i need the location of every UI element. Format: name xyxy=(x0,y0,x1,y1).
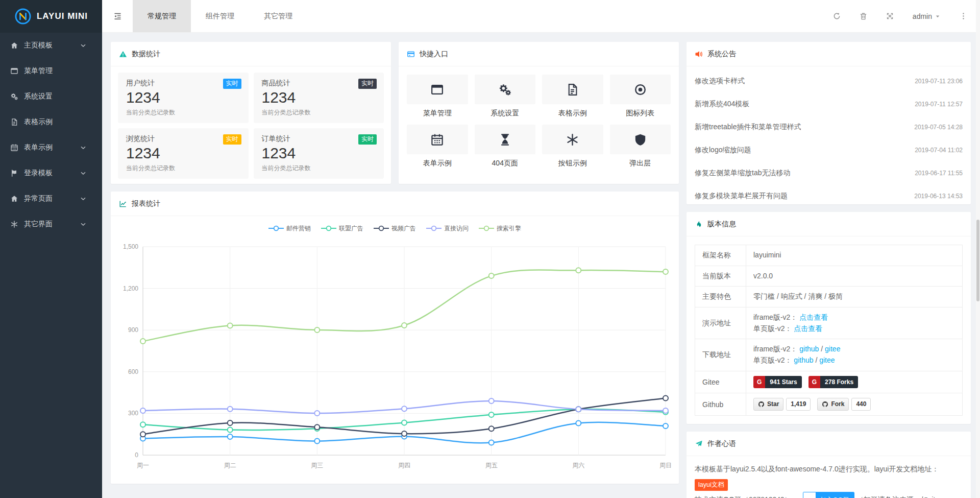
admin-dropdown[interactable]: admin xyxy=(913,12,941,20)
sidebar-item-3[interactable]: 表格示例 xyxy=(0,109,102,135)
link-点击查看[interactable]: 点击查看 xyxy=(799,313,828,321)
quick-entry-1[interactable]: 系统设置 xyxy=(475,75,536,118)
sidebar-menu: 主页模板 菜单管理 系统设置 表格示例 表单示例 登录模板 异常页面 其它界面 xyxy=(0,33,102,237)
svg-text:周三: 周三 xyxy=(311,462,323,469)
sidebar-item-5[interactable]: 登录模板 xyxy=(0,160,102,186)
gitee-badge[interactable]: G278 Forks xyxy=(808,376,858,389)
notice-text: 修复左侧菜单缩放tab无法移动 xyxy=(695,169,790,178)
quick-entry-0[interactable]: 菜单管理 xyxy=(407,75,468,118)
version-row-label: Github xyxy=(695,393,746,415)
report-card: 报表统计 邮件营销 联盟广告 视频广告 直接访问 搜索引擎 0300600900… xyxy=(111,192,679,484)
link-gitee[interactable]: gitee xyxy=(825,345,840,353)
legend-label: 搜索引擎 xyxy=(497,224,521,233)
topbar-actions: admin xyxy=(815,0,980,32)
quick-entry-7[interactable]: 弹出层 xyxy=(610,125,671,168)
left-column: 数据统计 用户统计 1234 当前分类总记录数 实时 商品统计 1234 当前分… xyxy=(111,42,679,498)
legend-marker-icon xyxy=(321,225,336,231)
sidebar-item-label: 异常页面 xyxy=(24,194,79,203)
github-star-button[interactable]: Star1,419 xyxy=(753,398,811,411)
page-tabs: 常规管理组件管理其它管理 xyxy=(133,0,307,32)
status-badge: 实时 xyxy=(223,79,241,89)
github-mark-icon xyxy=(822,401,828,408)
chevron-down-icon xyxy=(79,144,87,152)
version-row-5: Gitee G941 StarsG278 Forks xyxy=(695,371,962,394)
version-value: v2.0.0 xyxy=(753,271,955,282)
legend-marker-icon xyxy=(268,225,284,231)
gears-icon xyxy=(10,92,18,101)
report-card-title: 报表统计 xyxy=(132,199,160,208)
outdent-icon xyxy=(113,12,122,20)
join-qq-group-button[interactable]: 加入QQ群 xyxy=(803,492,854,498)
status-badge: 实时 xyxy=(223,134,241,145)
page-scrollbar[interactable] xyxy=(976,0,980,498)
version-row-2: 主要特色 零门槛 / 响应式 / 清爽 / 极简 xyxy=(695,287,962,307)
quick-entry-2[interactable]: 表格示例 xyxy=(542,75,603,118)
quick-label: 表单示例 xyxy=(407,159,468,168)
quick-entry-5[interactable]: 404页面 xyxy=(475,125,536,168)
svg-text:周六: 周六 xyxy=(572,462,584,469)
quick-entry-6[interactable]: 按钮示例 xyxy=(542,125,603,168)
github-fork-button[interactable]: Fork440 xyxy=(817,398,871,411)
svg-text:300: 300 xyxy=(128,410,138,417)
window-icon xyxy=(430,83,444,97)
notice-date: 2019-07-11 23:06 xyxy=(915,78,963,85)
version-card-header: 版本信息 xyxy=(687,212,971,236)
clear-cache-button[interactable] xyxy=(859,12,868,20)
legend-item-1[interactable]: 联盟广告 xyxy=(321,224,363,233)
layui-doc-badge[interactable]: layui文档 xyxy=(695,479,728,491)
notice-item-5: 修复多模块菜单栏展开有问题 2019-06-13 14:53 xyxy=(695,184,963,207)
tab-1[interactable]: 组件管理 xyxy=(191,0,249,32)
link-github[interactable]: github xyxy=(799,345,819,353)
gitee-badge[interactable]: G941 Stars xyxy=(753,376,802,389)
version-row-3: 演示地址 iframe版-v2： 点击查看单页版-v2： 点击查看 xyxy=(695,307,962,339)
sidebar-item-1[interactable]: 菜单管理 xyxy=(0,58,102,84)
legend-item-4[interactable]: 搜索引擎 xyxy=(479,224,521,233)
tab-0[interactable]: 常规管理 xyxy=(133,0,191,32)
notice-text: 新增系统404模板 xyxy=(695,100,749,109)
stat-box-1: 商品统计 1234 当前分类总记录数 实时 xyxy=(254,73,384,123)
legend-item-2[interactable]: 视频广告 xyxy=(374,224,416,233)
quick-entry-3[interactable]: 图标列表 xyxy=(610,75,671,118)
shield-icon xyxy=(633,133,647,147)
notice-date: 2019-07-04 11:02 xyxy=(915,147,963,154)
sidebar-item-4[interactable]: 表单示例 xyxy=(0,135,102,160)
tab-2[interactable]: 其它管理 xyxy=(249,0,307,32)
version-link-line: 单页版-v2： github / gitee xyxy=(753,355,955,366)
quick-tile xyxy=(407,125,468,154)
sidebar-item-label: 登录模板 xyxy=(24,169,79,178)
sidebar-item-2[interactable]: 系统设置 xyxy=(0,84,102,109)
link-gitee[interactable]: gitee xyxy=(819,356,835,364)
sidebar-item-0[interactable]: 主页模板 xyxy=(0,33,102,58)
notice-item-1: 新增系统404模板 2019-07-11 12:57 xyxy=(695,92,963,115)
link-github[interactable]: github xyxy=(794,356,813,364)
version-row-4: 下载地址 iframe版-v2： github / gitee单页版-v2： g… xyxy=(695,339,962,371)
version-card: 版本信息 框架名称 layuimini 当前版本 v2.0.0 主要特色 零门槛… xyxy=(687,212,971,424)
sidebar-item-6[interactable]: 异常页面 xyxy=(0,186,102,211)
link-点击查看[interactable]: 点击查看 xyxy=(794,324,822,333)
gears-icon xyxy=(498,83,512,97)
legend-item-0[interactable]: 邮件营销 xyxy=(268,224,311,233)
author-line-2: 技术交流QQ群（667813249）： 加入QQ群（加群请备注来源：如gitee… xyxy=(695,492,963,498)
version-row-value: iframe版-v2： 点击查看单页版-v2： 点击查看 xyxy=(746,307,962,339)
svg-text:周二: 周二 xyxy=(224,462,236,469)
qq-badge-label: 加入QQ群 xyxy=(816,492,854,498)
stats-card-header: 数据统计 xyxy=(111,42,391,66)
stat-box-2: 浏览统计 1234 当前分类总记录数 实时 xyxy=(118,128,249,179)
version-row-value: G941 StarsG278 Forks xyxy=(746,371,962,393)
legend-item-3[interactable]: 直接访问 xyxy=(426,224,469,233)
sidebar-collapse-button[interactable] xyxy=(102,0,133,32)
stat-value: 1234 xyxy=(262,145,376,161)
gitee-logo: G xyxy=(753,376,765,389)
quick-entry-4[interactable]: 表单示例 xyxy=(407,125,468,168)
logo[interactable]: LAYUI MINI xyxy=(0,0,102,33)
fullscreen-button[interactable] xyxy=(886,12,894,20)
status-badge: 实时 xyxy=(358,134,377,145)
chart-canvas: 03006009001,2001,500周一周二周三周四周五周六周日 xyxy=(118,235,671,481)
notice-text: 修改选项卡样式 xyxy=(695,77,745,86)
sidebar-item-7[interactable]: 其它界面 xyxy=(0,211,102,237)
quick-label: 图标列表 xyxy=(610,109,671,118)
more-menu-button[interactable] xyxy=(959,12,968,20)
svg-text:0: 0 xyxy=(135,452,138,459)
scrollbar-thumb[interactable] xyxy=(976,220,979,301)
refresh-button[interactable] xyxy=(832,12,841,20)
